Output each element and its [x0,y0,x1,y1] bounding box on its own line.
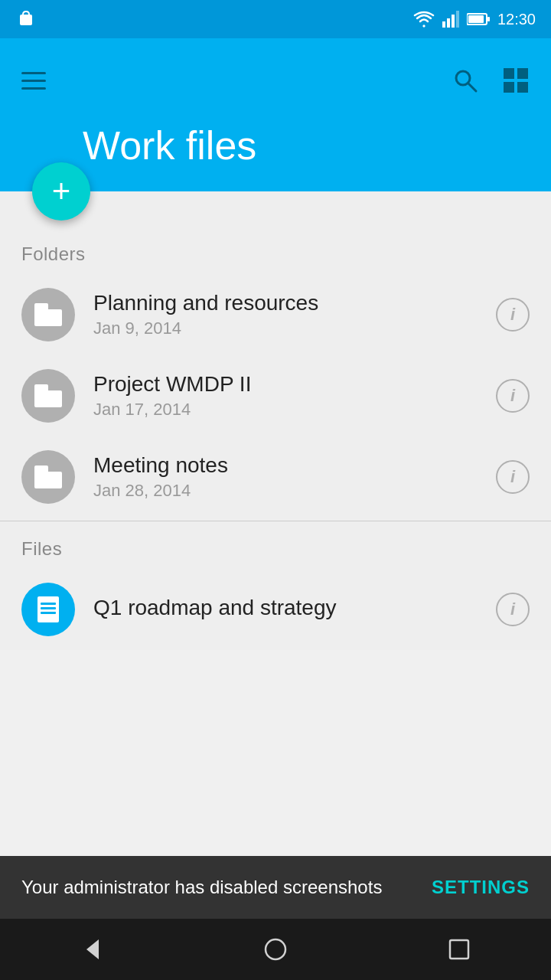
svg-rect-13 [517,82,528,93]
folder-item-planning[interactable]: Planning and resources Jan 9, 2014 i [0,274,551,355]
info-icon-wmdp: i [510,386,515,406]
search-icon[interactable] [452,67,479,94]
fab-plus-icon: + [52,175,71,207]
folder-shape-meeting [34,466,62,488]
svg-rect-0 [20,15,32,25]
hamburger-line-1 [21,72,46,74]
svg-rect-1 [442,21,445,28]
files-section-header: Files [0,524,551,569]
grid-icon[interactable] [502,67,530,94]
hamburger-menu-icon[interactable] [21,72,46,90]
info-button-wmdp[interactable]: i [496,379,530,413]
svg-rect-10 [504,68,514,79]
signal-icon [442,11,459,28]
folder-icon-wmdp [21,369,75,423]
nav-bar [0,919,551,980]
svg-point-15 [266,939,285,959]
folder-item-wmdp[interactable]: Project WMDP II Jan 17, 2014 i [0,355,551,436]
svg-rect-4 [456,11,459,28]
folder-text-planning: Planning and resources Jan 9, 2014 [93,291,496,338]
svg-rect-11 [517,68,528,79]
info-icon-planning: i [510,305,515,325]
status-bar-right: 12:30 [413,11,536,28]
svg-rect-12 [504,82,514,93]
folder-shape-wmdp [34,384,62,407]
app-bar-icons [452,67,530,94]
fab-add-button[interactable]: + [32,162,90,220]
status-bar-left [15,8,37,30]
bag-icon [15,8,37,30]
back-icon [79,936,105,962]
folder-date-planning: Jan 9, 2014 [93,318,496,338]
folder-name-meeting: Meeting notes [93,453,496,478]
folder-date-meeting: Jan 28, 2014 [93,481,496,501]
battery-icon [467,12,490,26]
folder-shape-planning [34,303,62,326]
file-item-q1roadmap[interactable]: Q1 roadmap and strategy i [0,569,551,650]
svg-line-9 [468,83,476,91]
folder-item-meeting[interactable]: Meeting notes Jan 28, 2014 i [0,436,551,518]
folders-files-divider [0,521,551,521]
wifi-icon [413,11,435,28]
folder-name-planning: Planning and resources [93,291,496,315]
info-button-q1roadmap[interactable]: i [496,593,530,626]
header-section: Work files + [0,122,551,191]
home-button[interactable] [262,936,289,962]
app-bar [0,38,551,122]
info-icon-q1roadmap: i [510,599,515,619]
svg-rect-2 [447,18,450,28]
folder-text-wmdp: Project WMDP II Jan 17, 2014 [93,372,496,420]
folder-date-wmdp: Jan 17, 2014 [93,400,496,420]
status-time: 12:30 [497,11,536,28]
settings-button[interactable]: SETTINGS [432,877,530,898]
folder-text-meeting: Meeting notes Jan 28, 2014 [93,453,496,501]
recent-button[interactable] [446,936,472,962]
back-button[interactable] [79,936,105,962]
folders-section-header: Folders [0,230,551,274]
folder-icon-meeting [21,450,75,504]
recent-icon [446,936,472,962]
info-icon-meeting: i [510,467,515,487]
folder-icon-planning [21,288,75,341]
hamburger-line-2 [21,80,46,82]
file-icon-q1roadmap [21,583,75,636]
info-button-meeting[interactable]: i [496,460,530,494]
home-icon [262,936,289,962]
svg-marker-14 [86,939,99,959]
page-title: Work files [21,122,530,168]
svg-rect-16 [450,940,468,959]
notification-bar: Your administrator has disabled screensh… [0,856,551,919]
svg-rect-6 [468,15,484,23]
notification-message: Your administrator has disabled screensh… [21,874,416,900]
content-area: Folders Planning and resources Jan 9, 20… [0,191,551,650]
file-text-q1roadmap: Q1 roadmap and strategy [93,596,496,623]
svg-rect-7 [487,17,490,21]
doc-shape-q1roadmap [37,596,59,622]
folder-name-wmdp: Project WMDP II [93,372,496,397]
info-button-planning[interactable]: i [496,298,530,332]
hamburger-line-3 [21,87,46,90]
svg-rect-3 [452,15,455,28]
file-name-q1roadmap: Q1 roadmap and strategy [93,596,496,620]
status-bar: 12:30 [0,0,551,38]
